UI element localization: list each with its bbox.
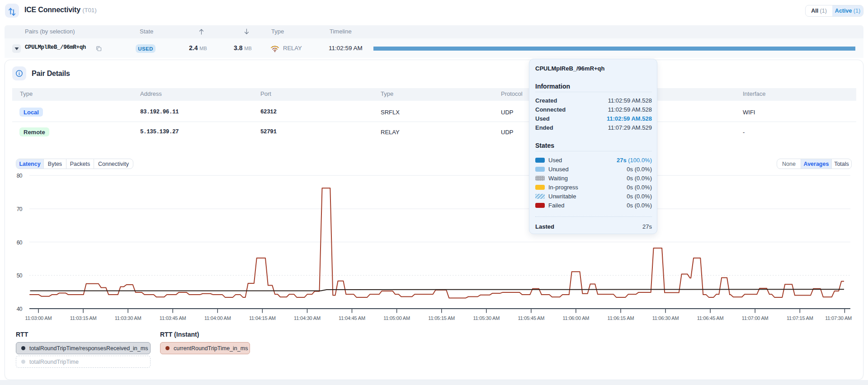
svg-text:11:04:15 AM: 11:04:15 AM [249,315,276,321]
svg-text:11:05:30 AM: 11:05:30 AM [473,315,500,321]
svg-text:11:03:30 AM: 11:03:30 AM [115,315,142,321]
svg-text:11:06:30 AM: 11:06:30 AM [652,315,679,321]
svg-text:11:04:00 AM: 11:04:00 AM [204,315,231,321]
svg-text:11:06:45 AM: 11:06:45 AM [697,315,724,321]
svg-text:11:07:15 AM: 11:07:15 AM [787,315,813,321]
svg-text:11:04:45 AM: 11:04:45 AM [339,315,365,321]
svg-text:11:05:00 AM: 11:05:00 AM [383,315,410,321]
svg-text:50: 50 [17,272,23,279]
svg-text:11:03:15 AM: 11:03:15 AM [70,315,97,321]
svg-text:11:06:00 AM: 11:06:00 AM [563,315,590,321]
svg-text:70: 70 [17,206,23,212]
svg-text:40: 40 [17,306,23,312]
svg-text:11:03:45 AM: 11:03:45 AM [160,315,186,321]
svg-text:11:07:30 AM: 11:07:30 AM [825,315,852,321]
svg-text:11:04:30 AM: 11:04:30 AM [294,315,321,321]
svg-text:60: 60 [17,239,23,246]
svg-text:11:06:15 AM: 11:06:15 AM [608,315,634,321]
svg-text:11:05:45 AM: 11:05:45 AM [518,315,544,321]
svg-text:11:05:15 AM: 11:05:15 AM [428,315,455,321]
svg-text:11:07:00 AM: 11:07:00 AM [742,315,769,321]
svg-text:11:03:00 AM: 11:03:00 AM [25,315,52,321]
svg-text:80: 80 [17,173,23,179]
